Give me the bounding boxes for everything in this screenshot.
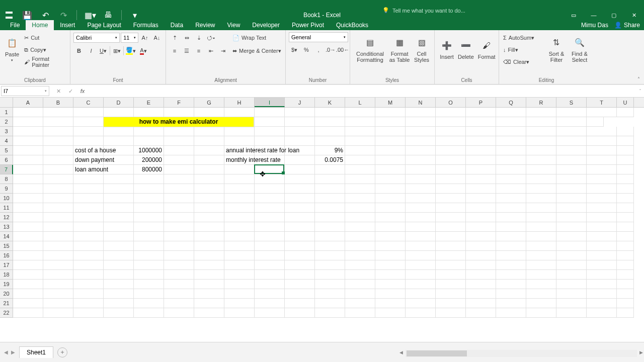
cell-U12[interactable] xyxy=(617,213,634,222)
cell-L10[interactable] xyxy=(345,194,375,203)
cell-H21[interactable] xyxy=(224,299,255,308)
cell-G8[interactable] xyxy=(194,174,224,184)
cell-I9[interactable] xyxy=(255,184,285,194)
cell-J16[interactable] xyxy=(285,251,315,260)
cell-L14[interactable] xyxy=(345,232,375,241)
cell-B12[interactable] xyxy=(43,213,73,222)
cell-G20[interactable] xyxy=(194,289,224,299)
cell-S19[interactable] xyxy=(556,280,587,289)
cell-A3[interactable] xyxy=(13,127,43,136)
cell-F14[interactable] xyxy=(164,232,194,241)
cell-E8[interactable] xyxy=(134,174,164,184)
cell-R6[interactable] xyxy=(526,155,556,165)
cell-E5[interactable]: 1000000 xyxy=(134,146,164,155)
cell-O11[interactable] xyxy=(436,203,466,213)
cell-O15[interactable] xyxy=(436,241,466,251)
col-header-O[interactable]: O xyxy=(436,98,466,107)
cell-Q15[interactable] xyxy=(496,241,526,251)
cell-J10[interactable] xyxy=(285,194,315,203)
font-size-combo[interactable]: 11▾ xyxy=(121,33,138,43)
cell-I8[interactable] xyxy=(255,174,285,184)
tab-quickbooks[interactable]: QuickBooks xyxy=(330,20,374,30)
increase-indent-button[interactable]: ⇥ xyxy=(217,45,228,56)
col-header-D[interactable]: D xyxy=(104,98,134,107)
cell-K10[interactable] xyxy=(315,194,345,203)
cell-A14[interactable] xyxy=(13,232,43,241)
col-header-H[interactable]: H xyxy=(224,98,255,107)
increase-decimal-button[interactable]: .0→ xyxy=(325,44,336,55)
cell-R18[interactable] xyxy=(526,270,556,280)
cell-F12[interactable] xyxy=(164,213,194,222)
cell-U22[interactable] xyxy=(617,308,634,318)
cell-styles-button[interactable]: ▧Cell Styles xyxy=(412,32,431,66)
cell-L17[interactable] xyxy=(345,260,375,270)
row-header-2[interactable]: 2 xyxy=(0,117,13,127)
cell-G12[interactable] xyxy=(194,213,224,222)
tab-view[interactable]: View xyxy=(221,20,247,30)
cell-O6[interactable] xyxy=(436,155,466,165)
cell-I3[interactable] xyxy=(255,127,285,136)
cell-P9[interactable] xyxy=(466,184,496,194)
cell-C5[interactable]: cost of a house xyxy=(73,146,104,155)
tell-me-search[interactable]: 💡 Tell me what you want to do... xyxy=(382,7,465,14)
cell-N14[interactable] xyxy=(406,232,436,241)
cell-O5[interactable] xyxy=(436,146,466,155)
cell-I18[interactable] xyxy=(255,270,285,280)
cell-E21[interactable] xyxy=(134,299,164,308)
cell-C14[interactable] xyxy=(73,232,104,241)
cell-Q8[interactable] xyxy=(496,174,526,184)
cell-U13[interactable] xyxy=(617,222,634,232)
cell-S6[interactable] xyxy=(556,155,587,165)
cell-O7[interactable] xyxy=(436,165,466,174)
cell-D13[interactable] xyxy=(104,222,134,232)
cell-C13[interactable] xyxy=(73,222,104,232)
cell-J13[interactable] xyxy=(285,222,315,232)
cell-I21[interactable] xyxy=(255,299,285,308)
cell-C17[interactable] xyxy=(73,260,104,270)
cell-J3[interactable] xyxy=(285,127,315,136)
cell-A15[interactable] xyxy=(13,241,43,251)
cell-F21[interactable] xyxy=(164,299,194,308)
align-middle-button[interactable]: ⇔ xyxy=(181,32,192,43)
cell-U19[interactable] xyxy=(617,280,634,289)
cell-O22[interactable] xyxy=(436,308,466,318)
scrollbar-thumb[interactable] xyxy=(407,350,467,356)
cell-E20[interactable] xyxy=(134,289,164,299)
cell-M20[interactable] xyxy=(375,289,406,299)
cell-I13[interactable] xyxy=(255,222,285,232)
cell-C22[interactable] xyxy=(73,308,104,318)
cell-F16[interactable] xyxy=(164,251,194,260)
cell-P16[interactable] xyxy=(466,251,496,260)
cell-S1[interactable] xyxy=(556,108,587,117)
cell-A17[interactable] xyxy=(13,260,43,270)
cell-M7[interactable] xyxy=(375,165,406,174)
cell-J19[interactable] xyxy=(285,280,315,289)
insert-function-button[interactable]: fx xyxy=(76,86,89,96)
cell-F11[interactable] xyxy=(164,203,194,213)
cell-C7[interactable]: loan amount xyxy=(73,165,104,174)
cell-H14[interactable] xyxy=(224,232,255,241)
cell-D5[interactable] xyxy=(104,146,134,155)
cell-U14[interactable] xyxy=(617,232,634,241)
cell-P14[interactable] xyxy=(466,232,496,241)
cell-J12[interactable] xyxy=(285,213,315,222)
cell-U21[interactable] xyxy=(617,299,634,308)
cell-D18[interactable] xyxy=(104,270,134,280)
cell-L4[interactable] xyxy=(345,136,375,146)
cell-J20[interactable] xyxy=(285,289,315,299)
cell-A22[interactable] xyxy=(13,308,43,318)
cell-Q10[interactable] xyxy=(496,194,526,203)
cell-J11[interactable] xyxy=(285,203,315,213)
align-left-button[interactable]: ≡ xyxy=(169,45,180,56)
cell-I4[interactable] xyxy=(255,136,285,146)
cell-H5[interactable]: annual interest rate for loan xyxy=(224,146,255,155)
cell-H18[interactable] xyxy=(224,270,255,280)
row-header-7[interactable]: 7 xyxy=(0,165,13,174)
cell-N1[interactable] xyxy=(406,108,436,117)
cell-D6[interactable] xyxy=(104,155,134,165)
cell-Q6[interactable] xyxy=(496,155,526,165)
cell-K22[interactable] xyxy=(315,308,345,318)
cell-C6[interactable]: down payment xyxy=(73,155,104,165)
cell-C15[interactable] xyxy=(73,241,104,251)
cell-P15[interactable] xyxy=(466,241,496,251)
